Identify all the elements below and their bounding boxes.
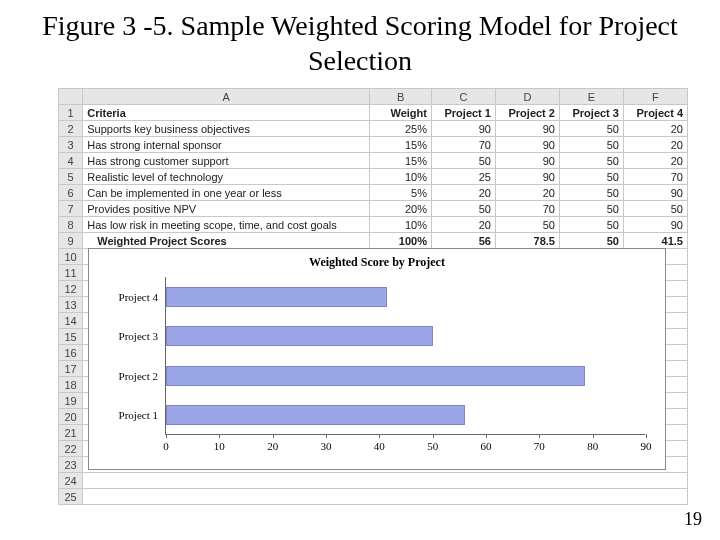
chart-bar: [166, 366, 585, 386]
chart-title: Weighted Score by Project: [89, 249, 665, 272]
row-number: 12: [59, 281, 83, 297]
row-number: 17: [59, 361, 83, 377]
col-letter: F: [623, 89, 687, 105]
chart-x-tick: 30: [321, 440, 332, 452]
chart-x-tick: 60: [481, 440, 492, 452]
weight-cell: 10%: [370, 217, 432, 233]
row-number: 19: [59, 393, 83, 409]
value-cell: 50: [559, 121, 623, 137]
row-number: 15: [59, 329, 83, 345]
value-cell: 50: [559, 217, 623, 233]
row-number: 11: [59, 265, 83, 281]
chart-y-label: Project 4: [94, 291, 158, 303]
total-label: Weighted Project Scores: [83, 233, 370, 249]
value-cell: 20: [495, 185, 559, 201]
empty-row: 25: [59, 489, 688, 505]
row-number: 18: [59, 377, 83, 393]
weight-cell: 10%: [370, 169, 432, 185]
table-row: 5 Realistic level of technology 10% 25 9…: [59, 169, 688, 185]
chart-plot-area: Project 4Project 3Project 2Project 10102…: [165, 277, 645, 435]
value-cell: 20: [623, 121, 687, 137]
row-number: 21: [59, 425, 83, 441]
chart-x-tick: 90: [641, 440, 652, 452]
value-cell: 50: [559, 153, 623, 169]
value-cell: 50: [559, 169, 623, 185]
row-number: 1: [59, 105, 83, 121]
value-cell: 50: [559, 201, 623, 217]
row-number: 5: [59, 169, 83, 185]
row-number: 8: [59, 217, 83, 233]
header-criteria: Criteria: [83, 105, 370, 121]
chart-y-label: Project 2: [94, 370, 158, 382]
table-row: 8 Has low risk in meeting scope, time, a…: [59, 217, 688, 233]
table-row: 6 Can be implemented in one year or less…: [59, 185, 688, 201]
chart-x-tick: 50: [427, 440, 438, 452]
header-project: Project 2: [495, 105, 559, 121]
value-cell: 20: [431, 217, 495, 233]
col-letter: E: [559, 89, 623, 105]
value-cell: 90: [623, 185, 687, 201]
chart-y-label: Project 1: [94, 409, 158, 421]
total-cell: 78.5: [495, 233, 559, 249]
value-cell: 90: [495, 137, 559, 153]
weight-cell: 15%: [370, 153, 432, 169]
col-letter: A: [83, 89, 370, 105]
col-letter: B: [370, 89, 432, 105]
value-cell: 50: [623, 201, 687, 217]
chart-x-tick: 40: [374, 440, 385, 452]
figure-title: Figure 3 -5. Sample Weighted Scoring Mod…: [0, 0, 720, 88]
value-cell: 20: [623, 153, 687, 169]
chart-bar: [166, 405, 465, 425]
chart-x-tick: 20: [267, 440, 278, 452]
value-cell: 50: [431, 201, 495, 217]
col-letter: C: [431, 89, 495, 105]
chart-x-tick: 10: [214, 440, 225, 452]
value-cell: 20: [431, 185, 495, 201]
page-number: 19: [684, 509, 702, 530]
row-number: 16: [59, 345, 83, 361]
criteria-label: Supports key business objectives: [83, 121, 370, 137]
row-number: 4: [59, 153, 83, 169]
value-cell: 90: [495, 169, 559, 185]
total-row: 9 Weighted Project Scores 100% 56 78.5 5…: [59, 233, 688, 249]
value-cell: 90: [495, 153, 559, 169]
row-number: 2: [59, 121, 83, 137]
criteria-label: Provides positive NPV: [83, 201, 370, 217]
value-cell: 50: [495, 217, 559, 233]
weighted-score-chart: Weighted Score by Project Project 4Proje…: [88, 248, 666, 470]
value-cell: 90: [495, 121, 559, 137]
row-number: 23: [59, 457, 83, 473]
value-cell: 70: [495, 201, 559, 217]
header-project: Project 4: [623, 105, 687, 121]
table-row: 2 Supports key business objectives 25% 9…: [59, 121, 688, 137]
weight-cell: 15%: [370, 137, 432, 153]
chart-x-tick: 0: [163, 440, 169, 452]
header-weight: Weight: [370, 105, 432, 121]
value-cell: 20: [623, 137, 687, 153]
row-number: 6: [59, 185, 83, 201]
table-row: 7 Provides positive NPV 20% 50 70 50 50: [59, 201, 688, 217]
value-cell: 50: [559, 137, 623, 153]
empty-row: 24: [59, 473, 688, 489]
weight-cell: 5%: [370, 185, 432, 201]
criteria-label: Realistic level of technology: [83, 169, 370, 185]
value-cell: 50: [559, 185, 623, 201]
total-cell: 50: [559, 233, 623, 249]
row-number: 3: [59, 137, 83, 153]
chart-bar: [166, 326, 433, 346]
table-header-row: 1 Criteria Weight Project 1 Project 2 Pr…: [59, 105, 688, 121]
criteria-label: Can be implemented in one year or less: [83, 185, 370, 201]
col-header-row: A B C D E F: [59, 89, 688, 105]
chart-bar: [166, 287, 387, 307]
weight-cell: 25%: [370, 121, 432, 137]
row-number: 9: [59, 233, 83, 249]
value-cell: 70: [431, 137, 495, 153]
criteria-label: Has strong customer support: [83, 153, 370, 169]
header-project: Project 1: [431, 105, 495, 121]
chart-x-tick: 70: [534, 440, 545, 452]
corner-cell: [59, 89, 83, 105]
value-cell: 90: [431, 121, 495, 137]
table-row: 3 Has strong internal sponsor 15% 70 90 …: [59, 137, 688, 153]
row-number: 25: [59, 489, 83, 505]
criteria-label: Has low risk in meeting scope, time, and…: [83, 217, 370, 233]
